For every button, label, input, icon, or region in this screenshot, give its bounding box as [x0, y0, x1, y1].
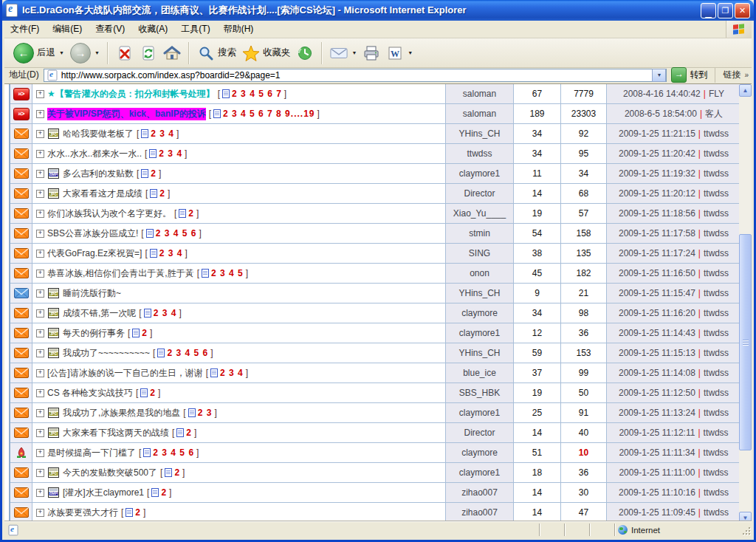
topic-title-link[interactable]: [灌水]水王claymore1 [63, 487, 144, 499]
expand-topic-icon[interactable]: + [36, 270, 44, 278]
topic-author-link[interactable]: ttwdss [446, 144, 514, 163]
topic-page-links[interactable]: [2 ] [137, 168, 161, 179]
expand-topic-icon[interactable]: + [36, 210, 44, 218]
topic-title-link[interactable]: 冰族要更强大才行 [47, 507, 118, 519]
topic-title-link[interactable]: SBS公喜冰族分區成立! [47, 227, 138, 240]
expand-topic-icon[interactable]: + [36, 309, 44, 318]
page-numbers[interactable]: 2 3 4 [220, 368, 244, 378]
topic-title-link[interactable]: 关于被VIP/SP惩罚、kick、banIP的投诉 [47, 108, 206, 120]
last-reply-author-link[interactable]: ttwdss [704, 148, 729, 159]
forward-button[interactable]: → ▼ [67, 41, 103, 65]
topic-title-link[interactable]: 我成功了,冰族果然是我的地盘 [63, 407, 180, 419]
topic-title-link[interactable]: [公告]请冰族的说一下自己的生日，谢谢 [47, 367, 203, 380]
topic-title-link[interactable]: 今天的发贴数突破500了 [63, 467, 157, 479]
last-reply-author-link[interactable]: ttwdss [704, 308, 729, 318]
topic-author-link[interactable]: blue_ice [446, 363, 514, 383]
menu-view[interactable]: 查看(V) [95, 23, 125, 35]
topic-page-links[interactable]: [2 3 4 5 6 7 ] [218, 89, 286, 99]
expand-topic-icon[interactable]: + [36, 389, 44, 397]
last-reply-author-link[interactable]: ttwdss [704, 487, 729, 498]
favorites-button[interactable]: 收藏夹 [239, 43, 294, 64]
topic-page-links[interactable]: [2 3 ] [183, 408, 216, 418]
expand-topic-icon[interactable]: + [36, 110, 44, 118]
expand-topic-icon[interactable]: + [36, 349, 44, 357]
topic-title-link[interactable]: 哈哈我要做老板了 [63, 128, 134, 140]
topic-author-link[interactable]: SBS_HBK [446, 383, 514, 402]
expand-topic-icon[interactable]: + [36, 170, 44, 178]
page-numbers[interactable]: 2 3 4 5 6 [167, 348, 208, 358]
address-dropdown-button[interactable]: ▼ [652, 69, 666, 82]
expand-topic-icon[interactable]: + [36, 289, 44, 298]
topic-title-link[interactable]: 成绩不错,第一次呢 [63, 307, 136, 320]
history-button[interactable] [293, 43, 317, 64]
last-reply-author-link[interactable]: ttwdss [704, 208, 729, 219]
last-reply-author-link[interactable]: ttwdss [704, 268, 729, 278]
last-reply-author-link[interactable]: ttwdss [704, 447, 729, 458]
expand-topic-icon[interactable]: + [36, 130, 44, 138]
close-button[interactable]: ✕ [735, 3, 750, 18]
topic-author-link[interactable]: stmin [446, 224, 514, 243]
last-reply-author-link[interactable]: ttwdss [704, 188, 729, 199]
topic-page-links[interactable]: [2 3 4 5 6 ] [141, 228, 201, 239]
expand-topic-icon[interactable]: + [36, 409, 44, 417]
topic-title-link[interactable]: 你们冰族我认为改个名字更好。 [47, 207, 171, 220]
topic-title-link[interactable]: 代表GoFrag.Ez來祝賀=] [47, 247, 142, 260]
refresh-button[interactable] [137, 43, 160, 64]
topic-page-links[interactable]: [2 3 4 5 ] [197, 268, 248, 278]
page-numbers[interactable]: 2 3 4 5 6 7 8 9....19 [223, 109, 315, 119]
topic-page-links[interactable]: [2 3 4 ] [145, 248, 187, 258]
page-numbers[interactable]: 2 [161, 487, 167, 498]
last-reply-author-link[interactable]: ttwdss [704, 248, 729, 258]
topic-page-links[interactable]: [2 ] [172, 428, 196, 438]
topic-page-links[interactable]: [2 3 4 ] [206, 368, 248, 378]
topic-page-links[interactable]: [2 ] [121, 507, 145, 518]
back-button[interactable]: ← 后退 ▼ [10, 41, 67, 65]
last-reply-author-link[interactable]: ttwdss [704, 467, 729, 478]
topic-title-link[interactable]: 多么吉利的发贴数 [63, 168, 134, 180]
topic-author-link[interactable]: Xiao_Yu____ [446, 204, 514, 223]
page-numbers[interactable]: 2 3 4 [159, 248, 183, 258]
links-bar[interactable]: 链接 » [715, 68, 749, 83]
topic-author-link[interactable]: saloman [446, 84, 514, 103]
page-numbers[interactable]: 2 [174, 467, 180, 478]
address-input[interactable]: http://www.sorpack.com/index.asp?boardid… [44, 69, 667, 82]
last-reply-author-link[interactable]: ttwdss [704, 507, 729, 518]
topic-author-link[interactable]: claymore [446, 443, 514, 462]
topic-title-link[interactable]: 水水..水水..都来水一水.. [47, 148, 142, 160]
page-numbers[interactable]: 2 [142, 328, 148, 338]
topic-title-link[interactable]: 是时候提高一下门槛了 [47, 447, 136, 459]
page-numbers[interactable]: 2 3 4 [154, 308, 177, 318]
page-numbers[interactable]: 2 [151, 168, 157, 179]
expand-topic-icon[interactable]: + [36, 489, 44, 497]
topic-author-link[interactable]: Director [446, 184, 514, 203]
expand-topic-icon[interactable]: + [36, 90, 44, 98]
last-reply-author-link[interactable]: ttwdss [704, 128, 729, 139]
topic-author-link[interactable]: SING [446, 244, 514, 263]
edit-with-word-button[interactable]: W ▼ [383, 43, 416, 64]
page-numbers[interactable]: 2 3 4 5 6 [153, 447, 194, 458]
topic-page-links[interactable]: [2 ] [136, 388, 160, 398]
menu-edit[interactable]: 编辑(E) [52, 23, 82, 35]
topic-page-links[interactable]: [2 ] [147, 487, 171, 498]
page-numbers[interactable]: 2 [188, 208, 194, 219]
expand-topic-icon[interactable]: + [36, 369, 44, 377]
topic-title-link[interactable]: 大家看看这才是成绩 [63, 188, 142, 200]
home-button[interactable] [160, 43, 184, 64]
topic-page-links[interactable]: [2 ] [174, 208, 199, 219]
menu-favorites[interactable]: 收藏(A) [138, 23, 168, 35]
last-reply-author-link[interactable]: ttwdss [704, 288, 729, 298]
forward-dropdown-icon[interactable]: ▼ [94, 50, 100, 55]
expand-topic-icon[interactable]: + [36, 230, 44, 238]
topic-author-link[interactable]: zihao007 [446, 503, 514, 522]
search-button[interactable]: 搜索 [194, 43, 239, 64]
last-reply-author-link[interactable]: ttwdss [704, 228, 729, 239]
topic-title-link[interactable]: CS 各种枪支实战技巧 [47, 387, 133, 399]
last-reply-author-link[interactable]: ttwdss [704, 348, 729, 358]
menu-help[interactable]: 帮助(H) [224, 23, 254, 35]
last-reply-author-link[interactable]: FLY [709, 89, 724, 99]
print-button[interactable] [360, 43, 383, 64]
back-dropdown-icon[interactable]: ▼ [59, 50, 64, 55]
topic-author-link[interactable]: Director [446, 423, 514, 442]
word-dropdown-icon[interactable]: ▼ [408, 50, 413, 55]
page-numbers[interactable]: 2 [150, 388, 156, 398]
